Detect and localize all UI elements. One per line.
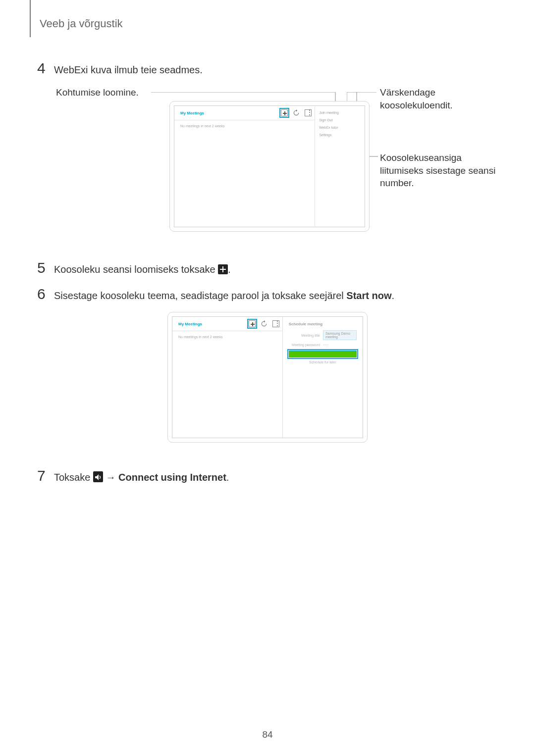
new-meeting-icon[interactable] <box>281 109 288 116</box>
audio-icon <box>93 471 103 481</box>
step6-pre: Sisestage koosoleku teema, seadistage pa… <box>54 290 346 301</box>
screen2-title: My Meetings <box>178 322 202 326</box>
start-now-button[interactable] <box>289 351 357 357</box>
step-4: 4 WebExi kuva ilmub teie seadmes. <box>37 60 498 77</box>
step6-post: . <box>391 290 394 301</box>
step-text: WebExi kuva ilmub teie seadmes. <box>54 62 203 77</box>
input-title[interactable]: Samsung Demo meeting <box>323 330 357 340</box>
form-header: Schedule meeting <box>289 322 357 326</box>
figure-1: Kohtumise loomine. Värskendage koosoleku… <box>37 86 498 240</box>
step-number: 7 <box>37 467 54 484</box>
step7-pre: Toksake <box>54 472 93 483</box>
screen-2: My Meetings No meetings in next 2 weeks … <box>172 316 363 438</box>
plus-icon <box>218 264 228 274</box>
page: Veeb ja võrgustik 4 WebExi kuva ilmub te… <box>0 0 535 756</box>
step-5: 5 Koosoleku seansi loomiseks toksake . <box>37 259 498 277</box>
tablet-mock-2: My Meetings No meetings in next 2 weeks … <box>167 312 368 443</box>
step7-post: . <box>226 472 229 483</box>
callout-create-meeting: Kohtumise loomine. <box>56 86 165 99</box>
step-6: 6 Sisestage koosoleku teema, seadistage … <box>37 286 498 303</box>
tablet-mock-1: My Meetings No meetings in next 2 weeks … <box>169 101 370 232</box>
step-text: Toksake → Connect using Internet. <box>54 470 229 485</box>
step-text: Koosoleku seansi loomiseks toksake . <box>54 262 231 277</box>
step-7: 7 Toksake → Connect using Internet. <box>37 467 498 485</box>
step-text: Sisestage koosoleku teema, seadistage pa… <box>54 288 394 303</box>
page-number: 84 <box>0 729 535 740</box>
callout-refresh: Värskendage koosolekuloendit. <box>380 86 494 111</box>
screen-1: My Meetings No meetings in next 2 weeks … <box>174 105 365 227</box>
step-number: 5 <box>37 259 54 276</box>
screen1-topbar: My Meetings <box>174 106 315 120</box>
figure-2: My Meetings No meetings in next 2 weeks … <box>167 312 368 443</box>
menu-settings[interactable]: Settings <box>319 131 361 139</box>
step-number: 4 <box>37 60 54 77</box>
callout-join-number: Koosolekuseansiga liitumiseks sisestage … <box>380 151 499 190</box>
screen2-left: My Meetings No meetings in next 2 weeks <box>172 317 283 438</box>
menu-tutor[interactable]: WebEx tutor <box>319 124 361 131</box>
more-icon[interactable] <box>305 109 312 116</box>
input-password[interactable]: ······ <box>323 342 357 348</box>
header-rule <box>30 0 31 37</box>
menu-signout[interactable]: Sign Out <box>319 116 361 124</box>
screen1-right-panel: Join meeting Sign Out WebEx tutor Settin… <box>315 106 365 227</box>
label-password: Meeting password <box>289 343 320 347</box>
screen1-left: My Meetings No meetings in next 2 weeks <box>174 106 315 227</box>
refresh-icon[interactable] <box>293 109 300 116</box>
step-number: 6 <box>37 286 54 302</box>
screen1-title: My Meetings <box>180 111 204 115</box>
step7-arrow: → <box>103 472 118 483</box>
schedule-later-link[interactable]: Schedule for later <box>289 360 357 364</box>
refresh-icon[interactable] <box>261 320 268 327</box>
step6-bold: Start now <box>346 290 391 301</box>
step5-pre: Koosoleku seansi loomiseks toksake <box>54 264 218 275</box>
section-title: Veeb ja võrgustik <box>40 17 498 30</box>
step7-bold: Connect using Internet <box>118 472 226 483</box>
new-meeting-icon[interactable] <box>249 320 256 327</box>
row-title: Meeting title Samsung Demo meeting <box>289 330 357 340</box>
more-icon[interactable] <box>272 320 279 327</box>
screen2-right-panel: Schedule meeting Meeting title Samsung D… <box>283 317 363 438</box>
step5-post: . <box>228 264 231 275</box>
menu-join[interactable]: Join meeting <box>319 109 361 116</box>
row-password: Meeting password ······ <box>289 342 357 348</box>
label-title: Meeting title <box>289 334 320 337</box>
steps-list: 4 WebExi kuva ilmub teie seadmes. Kohtum… <box>37 60 498 485</box>
screen1-empty: No meetings in next 2 weeks <box>174 120 315 132</box>
screen2-topbar: My Meetings <box>172 317 282 331</box>
screen2-empty: No meetings in next 2 weeks <box>172 331 282 343</box>
